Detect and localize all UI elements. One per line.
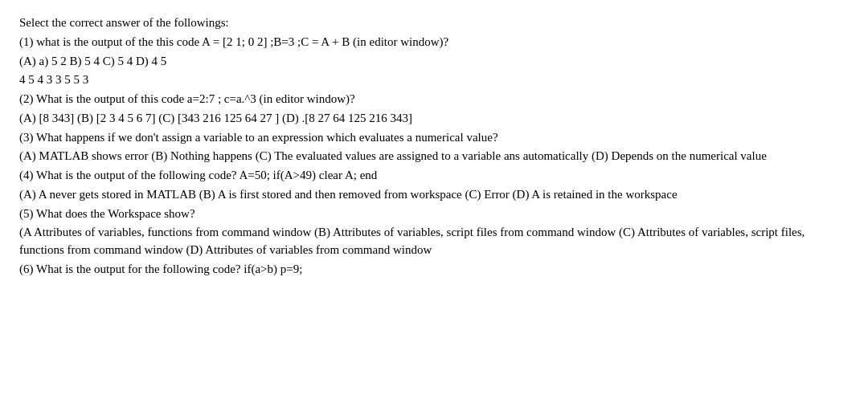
q3-question-line: (3) What happens if we don't assign a va… [19,129,849,147]
q4-question-line: (4) What is the output of the following … [19,167,849,185]
q1-question-line: (1) what is the output of the this code … [19,34,849,51]
q5-options-line: (A Attributes of variables, functions fr… [19,224,849,259]
q3-options-text: (A) MATLAB shows error (B) Nothing happe… [19,149,767,162]
q4-options-line: (A) A never gets stored in MATLAB (B) A … [19,186,849,204]
q2-options-text: (A) [8 343] (B) [2 3 4 5 6 7] (C) [343 2… [19,112,412,124]
q2-question-line: (2) What is the output of this code a=2:… [19,91,849,108]
q1-options-line1: (A) a) 5 2 B) 5 4 C) 5 4 D) 4 5 [19,53,849,71]
q2-question-text: (2) What is the output of this code a=2:… [19,92,355,105]
q1-options-text2: 4 5 4 3 3 5 5 3 [19,73,88,86]
q4-options-text: (A) A never gets stored in MATLAB (B) A … [19,188,678,201]
q1-options-text1: (A) a) 5 2 B) 5 4 C) 5 4 D) 4 5 [19,55,166,67]
q4-question-text: (4) What is the output of the following … [19,169,377,181]
main-content: Select the correct answer of the followi… [19,14,849,279]
heading-text: Select the correct answer of the followi… [19,16,229,29]
q5-question-text: (5) What does the Workspace show? [19,207,195,220]
q6-question-text: (6) What is the output for the following… [19,262,302,275]
q5-options-text: (A Attributes of variables, functions fr… [19,226,805,256]
q5-question-line: (5) What does the Workspace show? [19,206,849,223]
q3-question-text: (3) What happens if we don't assign a va… [19,131,498,144]
q6-question-line: (6) What is the output for the following… [19,261,849,279]
q3-options-line: (A) MATLAB shows error (B) Nothing happe… [19,148,849,165]
q1-question-text: (1) what is the output of the this code … [19,35,448,48]
heading-line: Select the correct answer of the followi… [19,14,849,32]
q2-options-line: (A) [8 343] (B) [2 3 4 5 6 7] (C) [343 2… [19,110,849,128]
q1-options-line2: 4 5 4 3 3 5 5 3 [19,71,849,89]
